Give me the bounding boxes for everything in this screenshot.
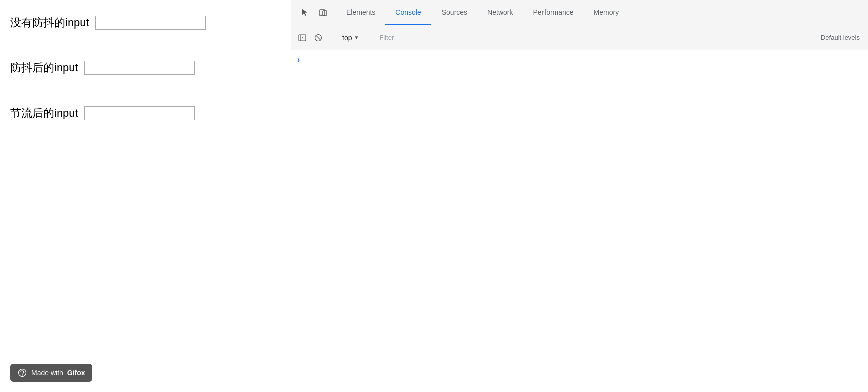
- devtools-toolbar: Elements Console Sources Network Perform…: [291, 0, 868, 25]
- svg-point-0: [22, 375, 22, 376]
- input-label-2: 防抖后的input: [10, 60, 78, 75]
- devtools-toolbar-icons: [293, 0, 336, 25]
- gifox-badge-prefix: Made with: [31, 369, 63, 377]
- gifox-badge-brand: Gifox: [67, 369, 85, 377]
- console-sidebar-button[interactable]: [295, 31, 309, 45]
- context-value: top: [342, 34, 352, 42]
- devtools-tabs: Elements Console Sources Network Perform…: [336, 0, 866, 25]
- context-selector[interactable]: top ▼: [338, 32, 363, 44]
- tab-console[interactable]: Console: [385, 0, 431, 25]
- svg-marker-6: [302, 37, 303, 39]
- default-levels-label: Default levels: [821, 34, 864, 41]
- tab-sources[interactable]: Sources: [431, 0, 477, 25]
- clear-console-button[interactable]: [311, 31, 325, 45]
- debounce-input[interactable]: [84, 61, 195, 75]
- gifox-badge: Made with Gifox: [10, 364, 92, 382]
- toolbar-divider: [332, 33, 332, 43]
- input-row-1: 没有防抖的input: [10, 15, 281, 30]
- tab-memory[interactable]: Memory: [584, 0, 629, 25]
- gifox-icon: [17, 368, 27, 378]
- svg-line-8: [316, 35, 321, 40]
- console-filter-input[interactable]: [375, 31, 817, 45]
- device-icon: [319, 8, 328, 17]
- webpage-panel: 没有防抖的input 防抖后的input 节流后的input Made with…: [0, 0, 291, 392]
- context-arrow-icon: ▼: [354, 35, 359, 40]
- sidebar-icon: [298, 34, 306, 42]
- input-label-1: 没有防抖的input: [10, 15, 89, 30]
- clear-icon: [314, 34, 322, 42]
- input-label-3: 节流后的input: [10, 106, 78, 121]
- console-toolbar-icons: [295, 31, 325, 45]
- console-content[interactable]: ›: [291, 50, 868, 392]
- tab-network[interactable]: Network: [477, 0, 523, 25]
- console-toolbar: top ▼ Default levels: [291, 25, 868, 50]
- inspect-element-button[interactable]: [297, 5, 313, 21]
- input-row-3: 节流后的input: [10, 106, 281, 121]
- input-row-2: 防抖后的input: [10, 60, 281, 75]
- no-debounce-input[interactable]: [95, 16, 206, 30]
- cursor-icon: [301, 8, 310, 17]
- tab-performance[interactable]: Performance: [523, 0, 583, 25]
- throttle-input[interactable]: [84, 106, 195, 120]
- device-mode-button[interactable]: [315, 5, 332, 21]
- devtools-panel: Elements Console Sources Network Perform…: [291, 0, 868, 392]
- tab-elements[interactable]: Elements: [336, 0, 385, 25]
- console-chevron-icon[interactable]: ›: [291, 52, 868, 67]
- toolbar-divider-2: [369, 33, 369, 43]
